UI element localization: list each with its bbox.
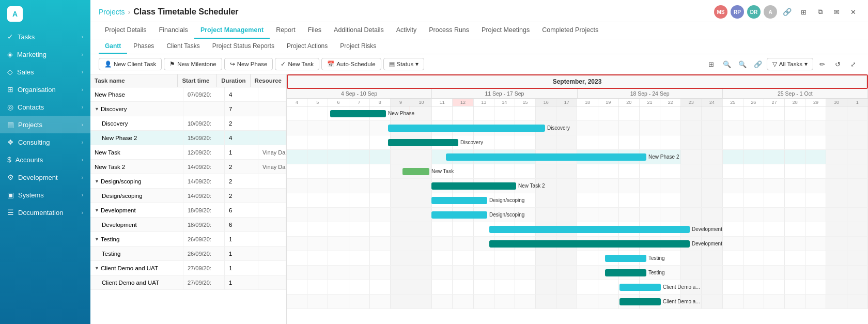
task-row[interactable]: Testing 26/09/20: 1 [90,246,286,261]
task-row[interactable]: New Phase 07/09/20: 4 [90,87,286,102]
gantt-chart[interactable]: September, 2023 4 Sep - 10 Sep 11 Sep - … [287,74,868,324]
gantt-bar[interactable] [330,110,386,117]
new-task-button[interactable]: ✓ New Task [275,58,319,70]
task-row[interactable]: New Task 2 14/09/20: 2 Vinay Dal: [90,160,286,174]
gantt-bg-cell [826,164,847,178]
task-row[interactable]: ▼Design/scoping 14/09/20: 2 [90,174,286,189]
refresh-icon[interactable]: ↺ [831,57,844,71]
subtab-project-actions[interactable]: Project Actions [281,39,334,54]
task-row[interactable]: New Phase 2 15/09/20: 4 [90,131,286,145]
gantt-bg-cell [805,135,826,149]
task-row[interactable]: Development 18/09/20: 6 [90,218,286,232]
sidebar-item-sales[interactable]: ◇ Sales › [0,63,90,81]
task-name-cell: Client Demo and UAT [90,275,183,289]
gantt-bar[interactable] [605,269,646,276]
gantt-bg-cell [328,222,349,236]
all-tasks-button[interactable]: ▽ All Tasks ▾ [767,58,813,70]
chevron-right-icon: › [82,69,83,75]
tab-project-meetings[interactable]: Project Meetings [475,22,536,39]
person-icon: 👤 [104,60,112,68]
gantt-bg-cell [847,251,868,265]
projects-icon: ▤ [7,120,14,129]
main-tab-bar: Project Details Financials Project Manag… [90,22,868,39]
tab-financials[interactable]: Financials [153,22,194,39]
gantt-bar[interactable] [431,182,516,190]
zoom-in-icon[interactable]: 🔍 [736,57,749,71]
task-row[interactable]: ▼Testing 26/09/20: 1 [90,232,286,246]
zoom-out-icon[interactable]: 🔍 [720,57,734,71]
tab-report[interactable]: Report [270,22,302,39]
gantt-bar[interactable] [388,125,545,132]
close-icon[interactable]: ✕ [846,5,860,19]
grid-view-icon[interactable]: ⊞ [705,57,718,71]
gantt-bg-cell [577,251,598,265]
gantt-bar[interactable] [489,240,690,248]
gantt-bar[interactable] [619,298,661,305]
gantt-bg-cell [702,106,722,120]
task-resource-cell [258,116,286,130]
tab-files[interactable]: Files [302,22,328,39]
gantt-bar[interactable] [431,211,487,219]
task-row[interactable]: ▼Discovery 7 [90,102,286,116]
link-icon[interactable]: 🔗 [780,5,794,19]
link-gantt-icon[interactable]: 🔗 [751,57,765,71]
gantt-bg-cell [598,295,619,308]
task-row[interactable]: Client Demo and UAT 27/09/20: 1 [90,275,286,290]
gantt-bar[interactable] [619,284,661,291]
subtab-project-status-reports[interactable]: Project Status Reports [206,39,281,54]
gantt-bar[interactable] [446,153,646,161]
tab-project-details[interactable]: Project Details [99,22,153,39]
gantt-bg-cell [785,193,805,207]
gantt-bar[interactable] [605,255,646,262]
gantt-bg-cell [660,106,681,120]
email-icon[interactable]: ✉ [830,5,843,19]
status-button[interactable]: ▤ Status ▾ [383,58,425,70]
breadcrumb-root[interactable]: Projects [99,8,125,16]
tab-activity[interactable]: Activity [390,22,423,39]
subtab-client-tasks[interactable]: Client Tasks [160,39,206,54]
tab-process-runs[interactable]: Process Runs [423,22,475,39]
new-milestone-button[interactable]: ⚑ New Milestone [164,58,222,70]
gantt-bar[interactable] [402,168,429,175]
gantt-bg-cell [328,237,349,251]
task-row[interactable]: ▼Development 18/09/20: 6 [90,203,286,218]
task-row[interactable]: ▼Client Demo and UAT 27/09/20: 1 [90,261,286,275]
sidebar-item-contacts[interactable]: ◎ Contacts › [0,98,90,116]
copy-icon[interactable]: ⧉ [813,5,827,19]
task-row[interactable]: New Task 12/09/20: 1 Vinay Dal: [90,145,286,160]
task-row[interactable]: Discovery 10/09/20: 2 [90,116,286,131]
gantt-bg-cell [287,251,307,265]
edit-icon[interactable]: ✏ [815,57,829,71]
sidebar-item-development[interactable]: ⚙ Development › [0,168,90,186]
gantt-day-cell: 23 [681,99,702,106]
sidebar-item-tasks[interactable]: ✓ Tasks › [0,28,90,45]
gantt-bg-cell [743,193,764,207]
sidebar-item-consulting[interactable]: ❖ Consulting › [0,133,90,151]
subtab-phases[interactable]: Phases [127,39,160,54]
new-phase-button[interactable]: ↪ New Phase [224,58,273,70]
sidebar-item-systems[interactable]: ▣ Systems › [0,186,90,204]
expand-icon[interactable]: ⤢ [846,57,860,71]
sidebar-item-documentation[interactable]: ☰ Documentation › [0,204,90,221]
sidebar-item-projects[interactable]: ▤ Projects › [0,116,90,133]
gantt-bar[interactable] [431,197,487,204]
gantt-bar[interactable] [489,226,690,233]
task-duration-cell: 2 [225,174,258,188]
tab-project-management[interactable]: Project Management [194,22,270,39]
sidebar-item-accounts[interactable]: $ Accounts › [0,151,90,168]
tab-additional-details[interactable]: Additional Details [328,22,390,39]
grid-icon[interactable]: ⊞ [797,5,810,19]
new-client-task-button[interactable]: 👤 New Client Task [99,58,162,70]
subtab-gantt[interactable]: Gantt [99,39,127,54]
task-duration-cell: 1 [225,145,258,159]
sidebar-item-organisation[interactable]: ⊞ Organisation › [0,81,90,98]
gantt-bar[interactable] [388,139,458,146]
auto-schedule-button[interactable]: 📅 Auto-Schedule [321,58,381,70]
sidebar-item-marketing[interactable]: ◈ Marketing › [0,45,90,63]
col-header-duration: Duration [217,74,250,87]
gantt-bg-cell [598,208,619,222]
task-row[interactable]: Design/scoping 14/09/20: 2 [90,189,286,203]
tab-completed-projects[interactable]: Completed Projects [536,22,605,39]
subtab-project-risks[interactable]: Project Risks [334,39,382,54]
gantt-bg-cell [287,193,307,207]
